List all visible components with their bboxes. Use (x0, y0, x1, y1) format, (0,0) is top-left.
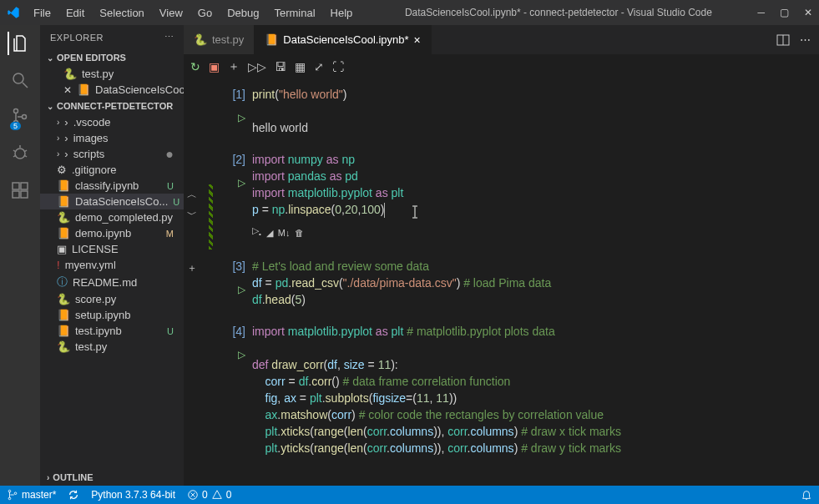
markdown-icon[interactable]: M↓ (278, 224, 291, 241)
run-cell-icon[interactable]: ▷ (238, 281, 245, 298)
cell-4[interactable]: [4]▷ import matplotlib.pyplot as plt # m… (214, 323, 819, 456)
svg-point-0 (13, 73, 23, 83)
tab-bar: 🐍test.py 📙DataScienceIsCool.ipynb*× ⋯ (184, 25, 819, 54)
project-section[interactable]: ⌄CONNECT-PETDETECTOR (40, 98, 184, 114)
run-cell-icon[interactable]: ▷ (238, 174, 245, 191)
file-item[interactable]: 📙classify.ipynbU (40, 178, 184, 194)
close-editor-icon[interactable]: ✕ (63, 84, 72, 96)
cell-2[interactable]: [2]▷ import numpy as np import pandas as… (214, 151, 819, 243)
cell-1[interactable]: [1]▷ print("hello world") hello world (214, 86, 819, 136)
file-item[interactable]: 🐍demo_completed.py (40, 209, 184, 225)
notebook-body[interactable]: ︿ ﹀ ＋ [1]▷ print("hello world") hello wo… (184, 79, 819, 486)
run-all-icon[interactable]: ▷▷ (248, 60, 266, 73)
file-item[interactable]: ⚙.gitignore (40, 162, 184, 178)
file-item[interactable]: 🐍test.py (40, 339, 184, 355)
add-cell-icon[interactable]: ＋ (228, 59, 240, 74)
cell-output: hello world (252, 119, 802, 136)
menu-file[interactable]: File (27, 3, 58, 23)
status-bar: master* Python 3.7.3 64-bit 0 0 (0, 486, 819, 504)
save-icon[interactable]: 🖫 (275, 60, 286, 73)
svg-rect-11 (13, 183, 19, 189)
cell-toolbar: ▷• ◢ M↓ 🗑 (252, 222, 802, 243)
run-cell-icon[interactable]: ▷ (238, 346, 245, 363)
file-item[interactable]: ››images (40, 130, 184, 146)
file-item[interactable]: ››.vscode (40, 114, 184, 130)
file-item[interactable]: 📙demo.ipynbM (40, 225, 184, 241)
menu-help[interactable]: Help (324, 3, 360, 23)
file-item[interactable]: ⓘREADME.md (40, 273, 184, 291)
cell-reorder-controls: ︿ ﹀ ＋ (187, 186, 197, 276)
svg-point-4 (23, 115, 27, 119)
tab-datascience[interactable]: 📙DataScienceIsCool.ipynb*× (255, 25, 432, 54)
close-tab-icon[interactable]: × (414, 33, 421, 47)
debug-icon[interactable] (8, 142, 32, 165)
more-icon[interactable]: ⋯ (164, 32, 174, 43)
file-item[interactable]: 📙setup.ipynb (40, 307, 184, 323)
open-editors-section[interactable]: ⌄OPEN EDITORS (40, 49, 184, 66)
maximize-icon[interactable]: ▢ (780, 7, 789, 18)
cell-prompt: [3] (232, 258, 245, 275)
menu-edit[interactable]: Edit (59, 3, 91, 23)
grid-icon[interactable]: ▦ (295, 60, 306, 73)
interrupt-icon[interactable]: ▣ (209, 60, 220, 73)
menu-view[interactable]: View (153, 3, 190, 23)
scm-icon[interactable]: 5 (8, 105, 32, 129)
svg-point-22 (14, 492, 17, 495)
menu-debug[interactable]: Debug (220, 3, 265, 23)
cell-prompt: [2] (232, 151, 245, 168)
python-interpreter[interactable]: Python 3.7.3 64-bit (91, 489, 175, 501)
menu-selection[interactable]: Selection (93, 3, 150, 23)
restart-icon[interactable]: ↻ (190, 60, 200, 73)
outline-section[interactable]: ›OUTLINE (40, 469, 184, 486)
svg-rect-14 (21, 183, 28, 189)
menu-terminal[interactable]: Terminal (267, 3, 321, 23)
explorer-header: EXPLORER⋯ (40, 25, 184, 49)
delete-cell-icon[interactable]: 🗑 (295, 224, 304, 241)
file-item[interactable]: 📙DataScienceIsCo...U (40, 194, 184, 209)
cell-prompt: [1] (232, 86, 245, 103)
svg-point-2 (14, 109, 18, 113)
expand-icon[interactable]: ⛶ (332, 60, 344, 73)
notifications-icon[interactable] (801, 489, 812, 501)
git-branch[interactable]: master* (7, 489, 56, 501)
file-item[interactable]: ››scripts● (40, 146, 184, 162)
move-down-icon[interactable]: ﹀ (187, 206, 197, 223)
svg-point-5 (15, 149, 25, 159)
menu-go[interactable]: Go (191, 3, 219, 23)
titlebar: File Edit Selection View Go Debug Termin… (0, 0, 819, 25)
sidebar: EXPLORER⋯ ⌄OPEN EDITORS 🐍test.py ✕📙DataS… (40, 25, 184, 486)
open-editor-item[interactable]: 🐍test.py (40, 66, 184, 82)
export-icon[interactable]: ⤢ (314, 60, 324, 73)
minimize-icon[interactable]: ─ (757, 7, 765, 18)
file-item[interactable]: !myenv.yml (40, 257, 184, 273)
file-item[interactable]: 🐍score.py (40, 291, 184, 307)
vscode-logo-icon (7, 6, 20, 19)
extensions-icon[interactable] (8, 179, 32, 202)
diff-indicator (209, 184, 213, 249)
activity-bar: 5 (0, 25, 40, 486)
run-cell-icon[interactable]: ▷ (238, 109, 245, 126)
close-icon[interactable]: ✕ (804, 7, 812, 18)
run-above-icon[interactable]: ◢ (266, 224, 273, 241)
more-icon[interactable]: ⋯ (800, 33, 811, 46)
add-cell-icon[interactable]: ＋ (187, 260, 197, 276)
cell-3[interactable]: [3]▷ # Let's load and review some data d… (214, 258, 819, 308)
open-editor-item[interactable]: ✕📙DataScienceIsCoo...● (40, 82, 184, 98)
scm-badge: 5 (10, 122, 21, 130)
file-item[interactable]: 📙test.ipynbU (40, 323, 184, 339)
move-up-icon[interactable]: ︿ (187, 186, 197, 203)
explorer-icon[interactable] (8, 32, 31, 55)
svg-rect-13 (21, 191, 28, 198)
svg-line-1 (23, 83, 28, 88)
window-title: DataScienceIsCool.ipynb* - connect-petde… (359, 7, 757, 18)
run-by-line-icon[interactable]: ▷• (252, 222, 261, 243)
sync-icon[interactable] (68, 489, 79, 501)
search-icon[interactable] (8, 68, 32, 92)
menu-bar: File Edit Selection View Go Debug Termin… (27, 3, 359, 23)
file-item[interactable]: ▣LICENSE (40, 241, 184, 257)
tab-testpy[interactable]: 🐍test.py (184, 25, 255, 54)
problems[interactable]: 0 0 (187, 489, 231, 501)
notebook-toolbar: ↻ ▣ ＋ ▷▷ 🖫 ▦ ⤢ ⛶ (184, 54, 819, 79)
cell-prompt: [4] (232, 323, 245, 340)
split-editor-icon[interactable] (776, 33, 790, 47)
